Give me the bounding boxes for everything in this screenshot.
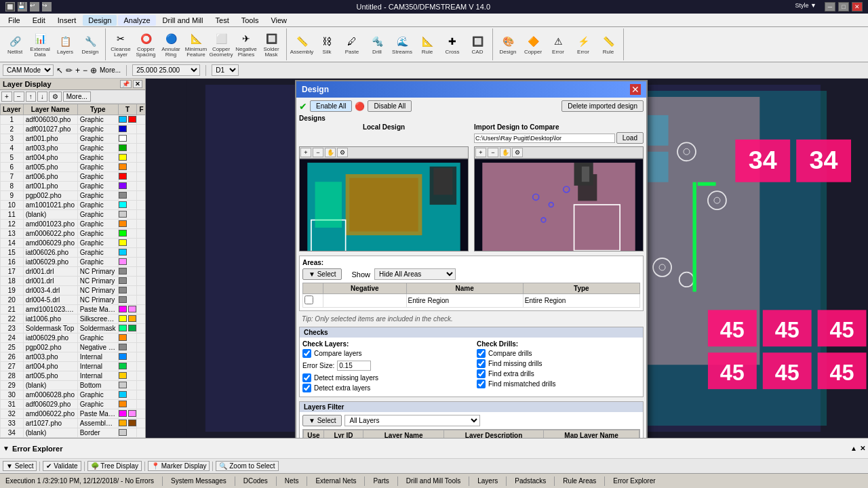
toolbar-cursor-btn[interactable]: ⊕ [90,66,97,75]
copper-geometry-btn[interactable]: ⬜Copper Geometry [209,30,233,60]
external-data-btn[interactable]: 📊External Data [28,30,52,60]
remove-layer-btn[interactable]: − [14,92,24,102]
tab-external-nets[interactable]: External Nets [315,477,356,485]
paste-btn[interactable]: 🖊Paste [340,30,364,60]
right-prev-zoom-out[interactable]: − [488,148,498,157]
detect-extra-layers-check[interactable] [302,384,311,392]
layer-table-row[interactable]: 34 (blank) Border [1,428,146,438]
move-up-btn[interactable]: ↑ [26,92,36,102]
prev-settings[interactable]: ⚙ [337,148,348,157]
design-btn[interactable]: 🔧Design [78,30,102,60]
layers-filter-dropdown[interactable]: All Layers [344,415,480,426]
design-dialog-title[interactable]: Design ✕ [296,81,646,98]
find-extra-drills-check[interactable] [477,369,486,378]
cleanse-layer-btn[interactable]: ✂Cleanse Layer [108,30,133,60]
streams-btn[interactable]: 🌊Streams [390,30,414,60]
prev-pan[interactable]: ✋ [325,148,336,157]
prev-zoom-in[interactable]: + [300,148,311,157]
areas-select-btn[interactable]: ▼ Select [302,268,342,280]
layer-table-row[interactable]: 17 drl001.drl NC Primary [1,267,146,277]
error2-btn[interactable]: ⚡Error [571,30,595,60]
toolbar-plus-btn[interactable]: + [75,66,80,75]
tab-parts[interactable]: Parts [373,477,389,485]
quick-access-save[interactable]: 💾 [18,2,27,12]
ee-expand-btn[interactable]: ▲ [850,445,857,452]
ee-zoom-to-select-btn[interactable]: 🔍 Zoom to Select [216,461,278,471]
design2-btn[interactable]: 🎨Design [496,30,520,60]
load-btn[interactable]: Load [616,132,644,144]
layers-filter-select-btn[interactable]: ▼ Select [302,415,342,426]
layer-table-row[interactable]: 1 adf006030.pho Graphic [1,115,146,125]
layer-table-row[interactable]: 24 iat006029.pho Graphic [1,333,146,343]
layer-table-row[interactable]: 5 art004.pho Graphic [1,153,146,163]
quick-access-undo[interactable]: ↩ [30,2,39,12]
menu-file[interactable]: File [3,15,26,26]
layer-table-row[interactable]: 22 iat1006.pho Silkscreen Top [1,314,146,324]
layer-more-btn[interactable]: More... [63,92,91,102]
find-mismatched-drills-check[interactable] [477,380,486,388]
layer-settings-btn[interactable]: ⚙ [49,92,62,102]
copper-btn[interactable]: 🔶Copper [521,30,545,60]
quick-access-redo[interactable]: ↪ [42,2,52,12]
layer-table-row[interactable]: 2 adf001027.pho Graphic [1,125,146,134]
tab-nets[interactable]: Nets [285,477,299,485]
layers-btn[interactable]: 📋Layers [53,30,77,60]
delete-imported-btn[interactable]: Delete imported design [561,100,644,112]
tab-system-messages[interactable]: System Messages [171,477,226,485]
layer-table-row[interactable]: 7 art006.pho Graphic [1,172,146,182]
layer-table-row[interactable]: 35 adf006029.pho Soldermask B. [1,438,146,439]
layer-table-row[interactable]: 32 amd006022.pho Paste Mask Bot. [1,409,146,419]
layer-table-row[interactable]: 23 Soldermask Top Soldermask [1,324,146,333]
drill-btn[interactable]: 🔩Drill [365,30,389,60]
toolbar-arrow-btn[interactable]: ↖ [56,66,63,75]
right-prev-pan[interactable]: ✋ [500,148,511,157]
right-prev-settings[interactable]: ⚙ [512,148,523,157]
cross-btn[interactable]: ✚Cross [440,30,465,60]
ee-tree-display-btn[interactable]: 🌳 Tree Display [87,461,142,471]
pcb-canvas-area[interactable]: 34 34 45 45 45 45 45 45 [146,79,868,438]
annular-ring-btn[interactable]: 🔵Annular Ring [159,30,183,60]
tab-drill-mill[interactable]: Drill and Mill Tools [406,477,460,485]
layer-table-row[interactable]: 15 iat006026.pho Graphic [1,248,146,258]
coord-select[interactable]: D1 [212,64,239,76]
move-down-btn[interactable]: ↓ [37,92,47,102]
zoom-input[interactable]: 25.000 25.000 [132,64,200,76]
layer-table-row[interactable]: 29 (blank) Bottom [1,381,146,390]
menu-test[interactable]: Test [210,15,235,26]
menu-analyze[interactable]: Analyze [118,15,155,26]
tab-dcodes[interactable]: DCodes [243,477,268,485]
ee-marker-display-btn[interactable]: 📍 Marker Display [148,461,210,471]
toolbar-more-btn[interactable]: More... [100,66,121,74]
right-prev-zoom-in[interactable]: + [475,148,486,157]
layer-table-row[interactable]: 26 art003.pho Internal [1,352,146,362]
collapse-icon[interactable]: ▼ [3,445,9,452]
panel-pin-btn[interactable]: 📌 [120,80,132,88]
layer-table-row[interactable]: 13 am0006022.pho Graphic [1,229,146,239]
menu-view[interactable]: View [265,15,292,26]
import-path-input[interactable] [474,134,615,143]
layer-table-row[interactable]: 6 art005.pho Graphic [1,163,146,172]
toolbar-minus-btn[interactable]: − [83,66,87,75]
layer-table-row[interactable]: 21 amd1001023.pho Paste Mask Top [1,305,146,314]
error-btn[interactable]: ⚠Error [546,30,570,60]
maximize-btn[interactable]: □ [838,2,849,12]
layer-table-row[interactable]: 30 am0006028.pho Graphic [1,390,146,400]
toolbar-pencil-btn[interactable]: ✏ [66,66,73,75]
prev-zoom-out[interactable]: − [313,148,323,157]
rule2-btn[interactable]: 📏Rule [596,30,620,60]
style-label[interactable]: Style ▼ [795,2,816,12]
ee-close-btn[interactable]: ✕ [860,445,865,452]
silk-btn[interactable]: ⛓Silk [315,30,339,60]
layer-table-row[interactable]: 16 iat006029.pho Graphic [1,258,146,267]
cad-btn[interactable]: 🔲CAD [465,30,490,60]
design-dialog-close[interactable]: ✕ [630,84,641,95]
netlist-btn[interactable]: 🔗Netlist [3,30,27,60]
layer-table-row[interactable]: 12 amd001023.pho Graphic [1,220,146,229]
minimum-feature-btn[interactable]: 📐Minimum Feature [184,30,208,60]
layer-table-row[interactable]: 14 amd006029.pho Graphic [1,239,146,248]
hide-all-select[interactable]: Hide All Areas [374,268,456,280]
error-size-input[interactable] [337,361,371,371]
assembly-btn[interactable]: 📏Assembly [290,30,314,60]
solder-mask-btn[interactable]: 🔲Solder Mask [259,30,283,60]
ee-select-btn[interactable]: ▼ Select [3,461,37,471]
